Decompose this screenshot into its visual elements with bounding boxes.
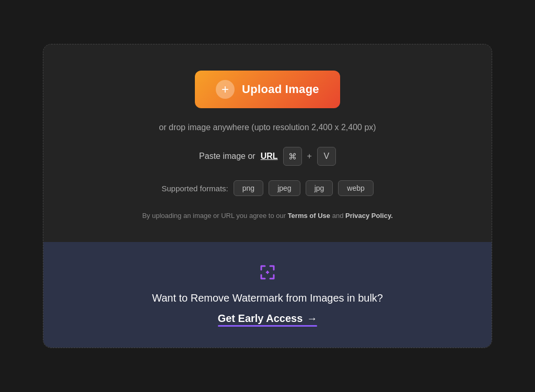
upload-section: + Upload Image or drop image anywhere (u…: [43, 44, 492, 242]
url-link[interactable]: URL: [261, 152, 278, 161]
terms-of-use-link[interactable]: Terms of Use: [288, 212, 330, 220]
plus-icon: +: [216, 80, 235, 99]
formats-row: Supported formats: png jpeg jpg webp: [161, 180, 374, 196]
privacy-policy-link[interactable]: Privacy Policy.: [345, 212, 393, 220]
terms-text: By uploading an image or URL you agree t…: [142, 211, 393, 221]
early-access-label: Get Early Access: [218, 313, 303, 325]
upload-button[interactable]: + Upload Image: [195, 71, 340, 108]
bulk-title: Want to Remove Watermark from Images in …: [152, 292, 383, 304]
drop-text: or drop image anywhere (upto resolution …: [159, 123, 376, 132]
early-access-section: Want to Remove Watermark from Images in …: [43, 242, 492, 348]
terms-prefix: By uploading an image or URL you agree t…: [142, 212, 286, 220]
bulk-icon: [256, 261, 279, 284]
main-container: + Upload Image or drop image anywhere (u…: [43, 44, 492, 348]
paste-label: Paste image or: [199, 152, 255, 161]
cmd-key: ⌘: [283, 147, 302, 166]
paste-row: Paste image or URL ⌘ + V: [199, 147, 336, 166]
plus-sign: +: [307, 152, 312, 161]
upload-button-label: Upload Image: [242, 83, 319, 96]
format-png: png: [234, 180, 263, 196]
format-jpeg: jpeg: [269, 180, 300, 196]
v-key: V: [317, 147, 336, 166]
format-webp: webp: [338, 180, 373, 196]
format-jpg: jpg: [306, 180, 333, 196]
early-access-button[interactable]: Get Early Access →: [218, 313, 318, 327]
terms-mid: and: [332, 212, 344, 220]
arrow-right-icon: →: [307, 313, 317, 325]
formats-label: Supported formats:: [161, 184, 228, 193]
